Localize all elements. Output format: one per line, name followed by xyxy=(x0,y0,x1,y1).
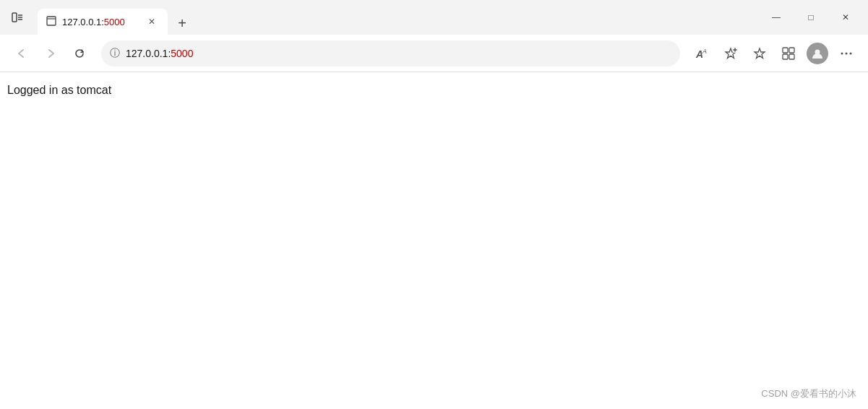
window-controls: — □ ✕ xyxy=(760,6,862,29)
svg-rect-0 xyxy=(12,13,17,22)
tab-close-button[interactable]: ✕ xyxy=(145,14,159,29)
nav-actions: A A xyxy=(689,40,859,66)
add-favorite-button[interactable] xyxy=(718,40,744,66)
tab-page-icon xyxy=(46,16,56,28)
tab-bar: 127.0.0.1:5000 ✕ + xyxy=(38,0,757,35)
sidebar-toggle-area xyxy=(6,6,29,29)
svg-rect-13 xyxy=(783,48,788,53)
info-icon[interactable]: ⓘ xyxy=(110,47,120,60)
new-tab-button[interactable]: + xyxy=(171,12,194,35)
tab-title: 127.0.0.1:5000 xyxy=(62,17,139,27)
svg-point-19 xyxy=(841,52,843,54)
minimize-button[interactable]: — xyxy=(760,6,793,29)
svg-point-20 xyxy=(846,52,848,54)
favorites-button[interactable] xyxy=(747,40,773,66)
more-button[interactable] xyxy=(833,40,859,66)
refresh-button[interactable] xyxy=(66,40,93,66)
logged-in-text: Logged in as tomcat xyxy=(7,84,861,97)
page-content: Logged in as tomcat CSDN @爱看书的小沐 xyxy=(0,72,868,409)
read-aloud-button[interactable]: A A xyxy=(689,40,715,66)
address-text: 127.0.0.1:5000 xyxy=(126,48,671,59)
svg-rect-14 xyxy=(789,48,794,53)
back-button[interactable] xyxy=(9,40,35,66)
address-bar[interactable]: ⓘ 127.0.0.1:5000 xyxy=(101,40,680,66)
profile-icon xyxy=(807,43,828,64)
svg-point-21 xyxy=(850,52,852,54)
svg-marker-12 xyxy=(755,48,765,59)
profile-button[interactable] xyxy=(804,40,830,66)
watermark: CSDN @爱看书的小沐 xyxy=(761,387,856,400)
svg-rect-4 xyxy=(47,17,56,25)
browser-tab[interactable]: 127.0.0.1:5000 ✕ xyxy=(38,9,168,35)
close-button[interactable]: ✕ xyxy=(829,6,862,29)
title-bar: 127.0.0.1:5000 ✕ + — □ ✕ xyxy=(0,0,868,35)
sidebar-toggle-button[interactable] xyxy=(6,6,29,29)
nav-bar: ⓘ 127.0.0.1:5000 A A xyxy=(0,35,868,72)
svg-rect-16 xyxy=(789,54,794,59)
maximize-button[interactable]: □ xyxy=(794,6,828,29)
svg-rect-15 xyxy=(783,54,788,59)
forward-button[interactable] xyxy=(38,40,64,66)
svg-text:A: A xyxy=(702,48,707,55)
collections-button[interactable] xyxy=(775,40,802,66)
